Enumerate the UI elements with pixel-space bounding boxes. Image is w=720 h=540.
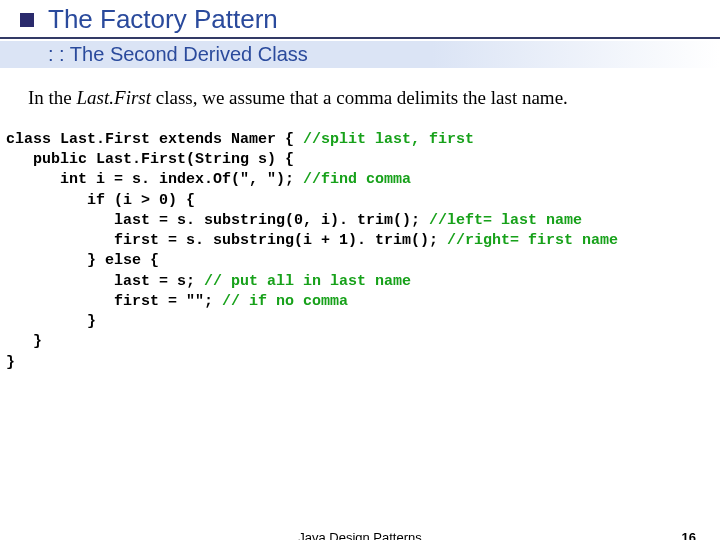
code-l10: } (6, 313, 96, 330)
code-l6c: //right= first name (447, 232, 618, 249)
code-l3a: int i = s. index.Of(", "); (6, 171, 303, 188)
code-block: class Last.First extends Namer { //split… (6, 130, 720, 373)
code-l5a: last = s. substring(0, i). trim(); (6, 212, 429, 229)
code-l5c: //left= last name (429, 212, 582, 229)
para-post: class, we assume that a comma delimits t… (151, 87, 568, 108)
body-paragraph: In the Last.First class, we assume that … (28, 86, 692, 110)
footer-title: Java Design Patterns (298, 530, 422, 540)
page-number: 16 (682, 530, 696, 540)
code-l12: } (6, 354, 15, 371)
code-l11: } (6, 333, 42, 350)
para-pre: In the (28, 87, 77, 108)
slide-title: The Factory Pattern (48, 4, 278, 35)
code-l4: if (i > 0) { (6, 192, 195, 209)
code-l1c: //split last, first (303, 131, 474, 148)
title-underline (0, 37, 720, 39)
code-l7: } else { (6, 252, 159, 269)
code-l8a: last = s; (6, 273, 204, 290)
title-bar: The Factory Pattern (0, 0, 720, 37)
code-l3c: //find comma (303, 171, 411, 188)
code-l8c: // put all in last name (204, 273, 411, 290)
subtitle-bar: : : The Second Derived Class (0, 41, 720, 68)
code-l9a: first = ""; (6, 293, 222, 310)
slide-subtitle: : : The Second Derived Class (48, 43, 720, 66)
title-bullet (20, 13, 34, 27)
code-l1a: class Last.First extends Namer { (6, 131, 303, 148)
code-l2: public Last.First(String s) { (6, 151, 294, 168)
para-em: Last.First (77, 87, 151, 108)
code-l9c: // if no comma (222, 293, 348, 310)
code-l6a: first = s. substring(i + 1). trim(); (6, 232, 447, 249)
